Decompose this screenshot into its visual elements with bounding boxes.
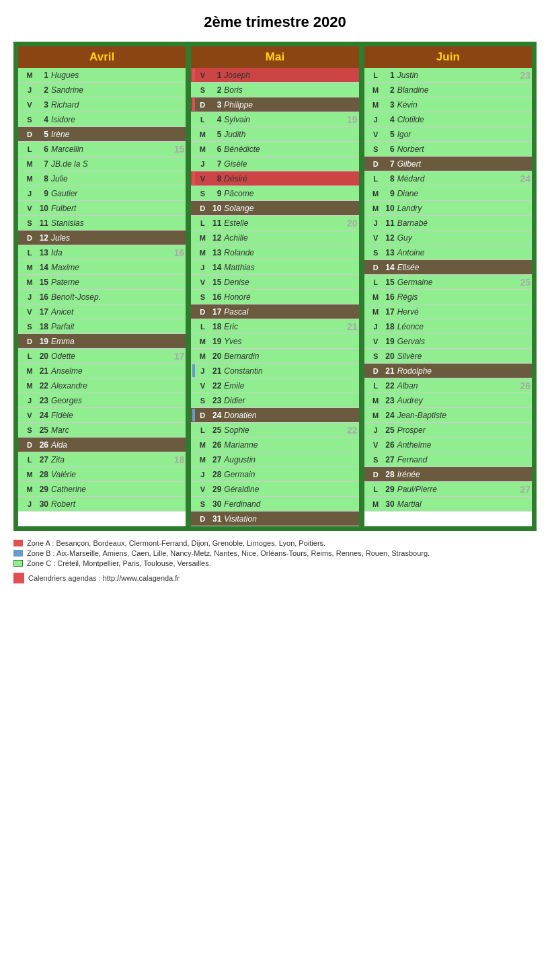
day-number: 24 — [35, 411, 48, 420]
zone-indicator — [366, 69, 368, 81]
saint-name: Sylvain — [224, 115, 346, 124]
calendar-icon — [13, 573, 24, 583]
day-number: 2 — [35, 85, 48, 95]
day-number: 4 — [381, 115, 395, 124]
day-number: 10 — [381, 204, 395, 213]
saint-name: Silvère — [397, 352, 531, 361]
saint-name: Zita — [51, 455, 173, 464]
day-row: V5Igor — [364, 127, 532, 142]
saint-name: Joseph — [224, 71, 357, 80]
day-number: 9 — [208, 189, 221, 198]
zone-indicator — [19, 379, 22, 392]
zone-c-label: Zone C : Créteil, Montpellier, Paris, To… — [27, 559, 211, 567]
day-letter: M — [370, 101, 381, 109]
zone-indicator — [366, 483, 368, 495]
zone-indicator — [192, 69, 195, 81]
day-row: D26Alda — [18, 438, 186, 452]
zone-indicator — [366, 350, 368, 362]
day-row: D19Emma — [18, 334, 186, 349]
day-number: 19 — [208, 337, 221, 346]
zone-indicator — [19, 172, 22, 185]
day-letter: M — [370, 397, 381, 405]
day-letter: L — [370, 485, 381, 493]
week-number: 16 — [174, 247, 185, 258]
legend-zone-a: Zone A : Besançon, Bordeaux, Clermont-Fe… — [13, 539, 537, 547]
day-row: L18Eric21 — [191, 319, 358, 334]
saint-name: Marianne — [224, 440, 357, 450]
day-letter: M — [197, 456, 208, 464]
day-number: 27 — [35, 455, 48, 464]
day-number: 26 — [381, 440, 395, 450]
day-number: 21 — [381, 366, 395, 376]
day-row: S30Ferdinand — [191, 497, 358, 512]
zone-indicator — [19, 423, 22, 436]
saint-name: Judith — [224, 130, 357, 139]
day-row: M16Régis — [364, 290, 532, 304]
day-letter: V — [197, 278, 208, 286]
zone-indicator — [366, 305, 368, 318]
saint-name: Parfait — [51, 322, 184, 331]
day-number: 6 — [381, 145, 395, 154]
day-number: 26 — [35, 440, 48, 450]
saint-name: Germain — [224, 470, 357, 479]
saint-name: Bernardin — [224, 352, 357, 361]
day-number: 19 — [35, 337, 48, 346]
zone-indicator — [366, 261, 368, 274]
day-row: L25Sophie22 — [191, 423, 358, 438]
saint-name: Emile — [224, 381, 357, 391]
zone-indicator — [19, 98, 22, 111]
day-number: 11 — [381, 218, 395, 228]
day-number: 11 — [208, 218, 221, 228]
day-letter: M — [370, 411, 381, 419]
day-row: D12Jules — [18, 231, 186, 245]
day-letter: M — [197, 337, 208, 345]
day-letter: D — [197, 204, 208, 212]
day-row: S25Marc — [18, 423, 186, 438]
day-letter: S — [370, 249, 381, 257]
saint-name: Géraldine — [224, 485, 357, 494]
zone-a-label: Zone A : Besançon, Bordeaux, Clermont-Fe… — [27, 539, 325, 547]
day-letter: S — [370, 352, 381, 360]
day-row: S4Isidore — [18, 112, 186, 127]
saint-name: Catherine — [51, 485, 184, 494]
day-row: M23Audrey — [364, 393, 532, 408]
day-row: V8Désiré — [191, 171, 358, 186]
day-letter: V — [197, 382, 208, 390]
saint-name: Gisèle — [224, 159, 357, 169]
zone-indicator — [366, 128, 368, 140]
day-letter: D — [197, 515, 208, 523]
saint-name: Hugues — [51, 71, 184, 80]
saint-name: Bénédicte — [224, 145, 357, 154]
month-col-juin: JuinL1Justin23M2BlandineM3KévinJ4Clotild… — [364, 46, 533, 527]
day-row: J9Gautier — [18, 186, 186, 201]
day-row: D21Rodolphe — [364, 364, 532, 378]
day-number: 18 — [35, 322, 48, 331]
day-row: V17Anicet — [18, 304, 186, 319]
zone-indicator — [19, 290, 22, 303]
zone-indicator — [192, 305, 195, 318]
zone-indicator — [366, 202, 368, 214]
day-letter: L — [197, 323, 208, 331]
zone-indicator — [366, 497, 368, 510]
zone-indicator — [366, 142, 368, 155]
day-row: S11Stanislas — [18, 216, 186, 231]
day-number: 22 — [35, 381, 48, 391]
saint-name: Germaine — [397, 278, 519, 287]
day-number: 1 — [208, 71, 221, 80]
week-number: 23 — [520, 70, 531, 81]
saint-name: Ida — [51, 248, 173, 257]
day-row: V3Richard — [18, 97, 186, 112]
saint-name: Fulbert — [51, 204, 184, 213]
saint-name: Pâcome — [224, 189, 357, 198]
saint-name: Boris — [224, 85, 357, 95]
day-number: 25 — [208, 425, 221, 435]
day-number: 19 — [381, 337, 395, 346]
zone-indicator — [19, 438, 22, 451]
month-header-juin: Juin — [364, 46, 532, 68]
day-letter: M — [197, 441, 208, 449]
saint-name: Gautier — [51, 189, 184, 198]
day-letter: L — [370, 382, 381, 390]
day-number: 5 — [35, 130, 48, 139]
day-row: J7Gisèle — [191, 157, 358, 171]
saint-name: Hervé — [397, 307, 531, 317]
